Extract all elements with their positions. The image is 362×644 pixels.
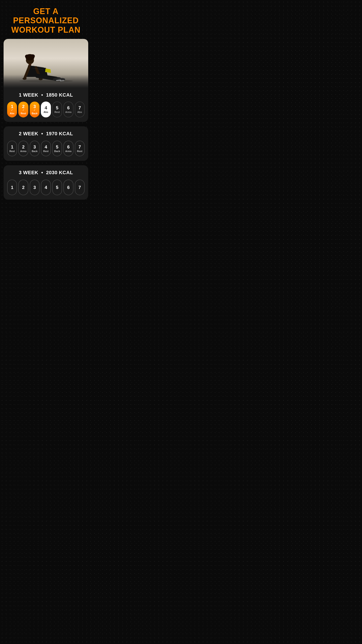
day-number: 4 bbox=[45, 106, 47, 110]
day-pill-3[interactable]: 3✓Back bbox=[30, 102, 39, 118]
day-label: Abs bbox=[77, 111, 82, 113]
day-label: Rest bbox=[43, 150, 49, 152]
day-pill-4[interactable]: 4 bbox=[41, 180, 51, 195]
day-number: 6 bbox=[67, 106, 70, 110]
day-pill-2[interactable]: 2✓Rest bbox=[18, 102, 28, 118]
day-number: 2 bbox=[22, 104, 24, 109]
day-number: 1 bbox=[11, 185, 13, 190]
workout-image bbox=[3, 39, 88, 88]
day-number: 1 bbox=[11, 104, 13, 109]
day-pill-7[interactable]: 7Rest bbox=[75, 141, 85, 156]
week3-label: 3 WEEK bbox=[19, 170, 38, 175]
day-label: Arms bbox=[65, 111, 71, 113]
main-title: GET A PERSONALIZED WORKOUT PLAN bbox=[3, 7, 88, 34]
day-pill-1[interactable]: 1 bbox=[7, 180, 17, 195]
person-figure-svg bbox=[15, 48, 77, 84]
day-label: Rest bbox=[77, 150, 82, 152]
day-number: 3 bbox=[33, 185, 36, 190]
day-number: 7 bbox=[78, 145, 81, 149]
day-number: 5 bbox=[56, 145, 58, 149]
svg-rect-16 bbox=[56, 80, 61, 81]
day-label: Back bbox=[32, 150, 37, 152]
day-pill-5[interactable]: 5Rest bbox=[52, 102, 62, 118]
day-number: 5 bbox=[56, 185, 58, 190]
week1-days-row: 1✓Abs2✓Rest3✓Back4Abs5Rest6Arms7Abs bbox=[7, 102, 85, 118]
week2-kcal: 1970 KCAL bbox=[46, 131, 73, 136]
day-number: 4 bbox=[45, 145, 47, 149]
day-pill-6[interactable]: 6Arms bbox=[63, 141, 73, 156]
day-label: Rest bbox=[9, 150, 15, 152]
svg-point-0 bbox=[19, 80, 73, 82]
day-label: Back bbox=[54, 150, 60, 152]
svg-point-9 bbox=[22, 78, 26, 80]
day-number: 7 bbox=[78, 106, 81, 110]
day-label: Arms bbox=[65, 150, 71, 152]
week1-stats: 1 WEEK • 1850 KCAL bbox=[7, 92, 85, 98]
day-number: 2 bbox=[22, 145, 24, 149]
day-pill-1[interactable]: 1Rest bbox=[7, 141, 17, 156]
svg-line-11 bbox=[37, 76, 56, 79]
week2-stats: 2 WEEK • 1970 KCAL bbox=[7, 131, 85, 137]
day-number: 6 bbox=[67, 145, 70, 149]
svg-point-4 bbox=[30, 54, 35, 58]
day-number: 6 bbox=[67, 185, 70, 190]
day-number: 3 bbox=[33, 145, 36, 149]
day-pill-7[interactable]: 7 bbox=[75, 180, 85, 195]
day-label: Rest bbox=[54, 111, 60, 113]
svg-rect-5 bbox=[28, 64, 31, 66]
day-pill-3[interactable]: 3 bbox=[30, 180, 39, 195]
week2-label: 2 WEEK bbox=[19, 131, 38, 136]
day-pill-2[interactable]: 2 bbox=[18, 180, 28, 195]
day-pill-4[interactable]: 4Abs bbox=[41, 102, 51, 118]
day-label: Arms bbox=[20, 150, 26, 152]
day-pill-6[interactable]: 6 bbox=[63, 180, 73, 195]
day-pill-7[interactable]: 7Abs bbox=[75, 102, 85, 118]
svg-rect-17 bbox=[60, 80, 64, 82]
week1-kcal: 1850 KCAL bbox=[46, 92, 73, 98]
title-line1: GET A PERSONALIZED bbox=[13, 7, 79, 25]
week3-stats: 3 WEEK • 2030 KCAL bbox=[7, 170, 85, 176]
day-number: 5 bbox=[56, 106, 58, 110]
day-pill-3[interactable]: 3Back bbox=[30, 141, 39, 156]
day-number: 7 bbox=[78, 185, 81, 190]
week2-days-row: 1Rest2Arms3Back4Rest5Back6Arms7Rest bbox=[7, 141, 85, 156]
day-checkmark: ✓ bbox=[33, 109, 36, 111]
week3-days-row: 1234567 bbox=[7, 180, 85, 195]
day-label: Rest bbox=[21, 112, 26, 115]
day-number: 1 bbox=[11, 145, 13, 149]
svg-point-10 bbox=[39, 78, 43, 80]
week1-card-info: 1 WEEK • 1850 KCAL 1✓Abs2✓Rest3✓Back4Abs… bbox=[3, 88, 88, 122]
day-number: 3 bbox=[33, 104, 36, 109]
day-pill-1[interactable]: 1✓Abs bbox=[7, 102, 17, 118]
day-label: Abs bbox=[43, 111, 48, 113]
svg-line-12 bbox=[40, 76, 59, 79]
week2-card: 2 WEEK • 1970 KCAL 1Rest2Arms3Back4Rest5… bbox=[3, 126, 88, 161]
day-number: 4 bbox=[45, 185, 47, 190]
title-line2: WORKOUT PLAN bbox=[11, 25, 81, 34]
day-checkmark: ✓ bbox=[22, 109, 24, 111]
page-container: GET A PERSONALIZED WORKOUT PLAN bbox=[0, 0, 92, 204]
week3-card: 3 WEEK • 2030 KCAL 1234567 bbox=[3, 165, 88, 200]
day-pill-4[interactable]: 4Rest bbox=[41, 141, 51, 156]
day-label: Abs bbox=[10, 112, 14, 115]
svg-point-14 bbox=[52, 77, 62, 81]
day-checkmark: ✓ bbox=[11, 109, 13, 111]
day-pill-2[interactable]: 2Arms bbox=[18, 141, 28, 156]
day-pill-6[interactable]: 6Arms bbox=[63, 102, 73, 118]
week1-label: 1 WEEK bbox=[19, 92, 38, 98]
svg-point-3 bbox=[25, 54, 29, 58]
svg-point-15 bbox=[57, 78, 65, 82]
week3-kcal: 2030 KCAL bbox=[46, 170, 73, 175]
day-pill-5[interactable]: 5 bbox=[52, 180, 62, 195]
day-pill-5[interactable]: 5Back bbox=[52, 141, 62, 156]
day-label: Back bbox=[32, 112, 37, 115]
week1-card: 1 WEEK • 1850 KCAL 1✓Abs2✓Rest3✓Back4Abs… bbox=[3, 39, 88, 122]
day-number: 2 bbox=[22, 185, 24, 190]
